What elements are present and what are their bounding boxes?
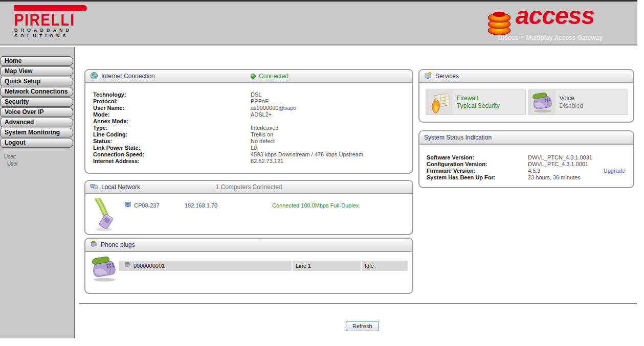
system-status-title: System Status Indication xyxy=(424,134,492,141)
phone-plugs-icon xyxy=(90,241,98,249)
sidebar-menu: Home Map View Quick Setup Network Connec… xyxy=(0,47,74,148)
internet-row: Status:No defect xyxy=(93,138,412,145)
phone-number: 0000000001 xyxy=(134,261,165,271)
brand-subtitle-line2: SOLUTIONS xyxy=(14,33,87,39)
services-icon xyxy=(424,72,432,81)
voice-icon xyxy=(529,90,556,114)
footer-divider xyxy=(79,303,637,304)
service-firewall[interactable]: Firewall Typical Security xyxy=(426,89,526,115)
sidebar-item-advanced[interactable]: Advanced xyxy=(1,118,73,127)
services-body: Firewall Typical Security xyxy=(419,83,633,115)
services-panel: Services Firewall Typical Security xyxy=(418,69,634,123)
service-name: Firewall xyxy=(457,95,500,102)
sidebar-item-voice-over-ip[interactable]: Voice Over IP xyxy=(1,107,73,117)
service-status: Disabled xyxy=(560,102,584,110)
phone-state-cell: Idle xyxy=(362,261,408,271)
phone-plugs-title: Phone plugs xyxy=(101,241,135,248)
internet-row: Line Coding:Trellis on xyxy=(93,131,412,138)
system-status-panel: System Status Indication Software Versio… xyxy=(418,130,634,188)
pirelli-logo-text: PIRELLI xyxy=(14,11,81,29)
internet-row: Protocol:PPPoE xyxy=(93,98,412,105)
computer-ip: 192.168.1.70 xyxy=(185,202,272,209)
internet-row: User Name:as0000000@sapo xyxy=(93,105,412,111)
phone-plug-row: 0000000001 Line 1 Idle xyxy=(119,261,408,271)
service-voice[interactable]: Voice Disabled xyxy=(528,89,629,115)
computer-name: CP08-237 xyxy=(134,202,160,209)
sidebar-item-network-connections[interactable]: Network Connections xyxy=(1,87,73,97)
sidebar-item-logout[interactable]: Logout xyxy=(1,138,73,148)
sidebar-item-security[interactable]: Security xyxy=(1,97,73,107)
page-header: PIRELLI BROADBAND SOLUTIONS acces xyxy=(0,0,637,45)
system-status-row: Firmware Version:4.5.3 xyxy=(427,168,633,174)
internet-row: Annex Mode: xyxy=(93,118,412,125)
system-status-row: System Has Been Up For:23 hours, 36 minu… xyxy=(427,174,633,181)
phone-line-cell: Line 1 xyxy=(293,261,361,271)
system-status-header: System Status Indication xyxy=(419,131,633,145)
phone-plugs-panel: Phone plugs xyxy=(84,238,413,294)
sidebar-item-home[interactable]: Home xyxy=(1,56,73,66)
service-name: Voice xyxy=(560,95,584,102)
connected-status-icon xyxy=(251,74,256,79)
phone-small-icon xyxy=(124,261,131,271)
system-status-body: Software Version:DWVL_PTCN_4.3.1.0031 Co… xyxy=(419,145,633,181)
disc-stack-icon xyxy=(485,8,514,38)
local-network-header: Local Network 1 Computers Connected xyxy=(85,181,412,194)
phone-plugs-body: 0000000001 Line 1 Idle xyxy=(85,252,412,293)
internet-connection-panel: Internet Connection Connected Technology… xyxy=(84,69,413,174)
system-status-row: Software Version:DWVL_PTCN_4.3.1.0031 xyxy=(427,154,633,161)
service-status: Typical Security xyxy=(457,102,500,110)
access-logo-text: access xyxy=(516,2,594,30)
internet-connection-body: Technology:DSL Protocol:PPPoE User Name:… xyxy=(85,83,412,165)
upgrade-link[interactable]: Upgrade xyxy=(604,168,625,174)
computer-icon xyxy=(125,201,131,209)
globe-icon xyxy=(90,72,98,81)
internet-row: Mode:ADSL2+ xyxy=(93,111,412,118)
local-network-body: CP08-237 192.168.1.70 Connected 100.0Mbp… xyxy=(85,194,412,234)
sidebar-item-system-monitoring[interactable]: System Monitoring xyxy=(1,128,73,137)
computer-row: CP08-237 192.168.1.70 Connected 100.0Mbp… xyxy=(122,201,359,209)
firewall-icon xyxy=(426,90,453,114)
sidebar-item-map-view[interactable]: Map View xyxy=(1,66,73,76)
phone-icon xyxy=(90,255,118,284)
ethernet-cable-icon xyxy=(92,198,118,234)
internet-connection-header: Internet Connection Connected xyxy=(85,70,412,83)
services-title: Services xyxy=(435,73,459,80)
refresh-button[interactable]: Refresh xyxy=(346,321,379,331)
sidebar: Home Map View Quick Setup Network Connec… xyxy=(0,47,75,338)
phone-number-cell[interactable]: 0000000001 xyxy=(119,261,292,271)
local-network-panel: Local Network 1 Computers Connected xyxy=(84,180,413,235)
computers-connected-count: 1 Computers Connected xyxy=(85,183,412,191)
internet-row: Type:Interleaved xyxy=(93,125,412,131)
pirelli-logo: PIRELLI BROADBAND SOLUTIONS xyxy=(14,5,87,39)
internet-row: Connection Speed:4593 kbps Downstream / … xyxy=(93,151,412,158)
page: PIRELLI BROADBAND SOLUTIONS acces xyxy=(0,0,644,346)
computer-status: Connected 100.0Mbps Full-Duplex xyxy=(272,202,359,209)
connection-status: Connected xyxy=(259,73,288,80)
internet-row: Link Power State:L0 xyxy=(93,145,412,151)
phone-plugs-header: Phone plugs xyxy=(85,239,412,252)
computer-host[interactable]: CP08-237 xyxy=(122,201,185,209)
internet-row: Internet Address:82.52.73.121 xyxy=(93,158,412,165)
user-label: User: xyxy=(4,154,74,159)
sidebar-item-quick-setup[interactable]: Quick Setup xyxy=(1,77,73,86)
internet-row: Technology:DSL xyxy=(93,91,412,98)
user-name: User xyxy=(7,161,74,167)
product-tagline: Discus™ Multiplay Access Gateway xyxy=(479,34,622,41)
services-header: Services xyxy=(419,70,633,83)
system-status-row: Configuration Version:DWVL_PTC_4.3.1.000… xyxy=(427,161,633,168)
internet-connection-title: Internet Connection xyxy=(101,73,155,80)
